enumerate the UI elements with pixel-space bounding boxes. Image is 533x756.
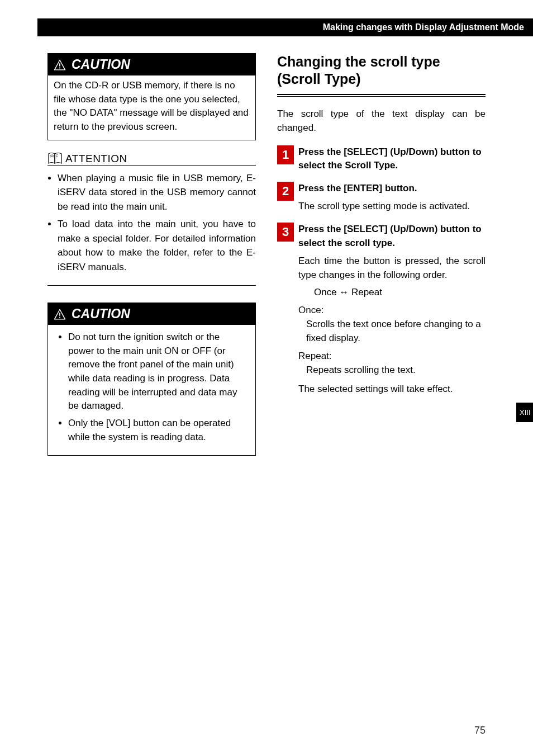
step-body-3: Press the [SELECT] (Up/Down) button to s… [298, 223, 486, 396]
opt2-desc: Repeats scrolling the text. [306, 363, 486, 377]
left-column: CAUTION On the CD-R or USB memory, if th… [47, 53, 256, 467]
warning-icon [54, 59, 66, 70]
attention-item-2: To load data into the main unit, you hav… [58, 217, 256, 274]
section-title: Changing the scroll type (Scroll Type) [277, 53, 486, 88]
section-tab: XIII [516, 403, 533, 422]
step-body-1: Press the [SELECT] (Up/Down) button to s… [298, 145, 486, 173]
final-note: The selected settings will take effect. [298, 382, 486, 396]
caution-box-2: CAUTION Do not turn the ignition switch … [47, 303, 256, 456]
header-title: Making changes with Display Adjustment M… [323, 22, 524, 32]
caution-box-1: CAUTION On the CD-R or USB memory, if th… [47, 53, 256, 140]
step-2: 2 Press the [ENTER] button. The scroll t… [277, 182, 486, 214]
caution-label-2: CAUTION [72, 306, 130, 322]
step-num-3: 3 [277, 223, 294, 242]
book-icon [47, 152, 63, 165]
step-num-2: 2 [277, 182, 294, 201]
caution-header-1: CAUTION [48, 54, 255, 75]
step-title-2: Press the [ENTER] button. [298, 182, 486, 196]
warning-icon [54, 309, 66, 320]
step-desc-2: The scroll type setting mode is activate… [298, 200, 486, 214]
caution-text-1: On the CD-R or USB memory, if there is n… [54, 80, 249, 132]
step-1: 1 Press the [SELECT] (Up/Down) button to… [277, 145, 486, 173]
caution2-item-2: Only the [VOL] button can be operated wh… [68, 417, 248, 444]
title-underline [277, 94, 486, 97]
step-3: 3 Press the [SELECT] (Up/Down) button to… [277, 223, 486, 396]
svg-rect-6 [59, 313, 60, 315]
caution-header-2: CAUTION [48, 303, 255, 325]
step-num-1: 1 [277, 145, 294, 164]
caution2-item-1: Do not turn the ignition switch or the p… [68, 330, 248, 413]
step-title-3: Press the [SELECT] (Up/Down) button to s… [298, 223, 486, 250]
opt1-desc: Scrolls the text once before changing to… [306, 318, 486, 345]
opt2-label: Repeat: [298, 349, 486, 363]
attention-label: ATTENTION [65, 153, 127, 165]
content-area: CAUTION On the CD-R or USB memory, if th… [47, 53, 486, 467]
scroll-options-line: Once ↔ Repeat [314, 286, 486, 300]
caution-body-1: On the CD-R or USB memory, if there is n… [48, 75, 255, 140]
step-title-1: Press the [SELECT] (Up/Down) button to s… [298, 145, 486, 173]
step3-options: Once: Scrolls the text once before chang… [298, 304, 486, 377]
caution-body-2: Do not turn the ignition switch or the p… [48, 325, 255, 455]
right-column: Changing the scroll type (Scroll Type) T… [277, 53, 486, 467]
step-body-2: Press the [ENTER] button. The scroll typ… [298, 182, 486, 214]
opt1-label: Once: [298, 304, 486, 318]
header-bar: Making changes with Display Adjustment M… [37, 18, 533, 36]
svg-rect-3 [59, 67, 60, 68]
caution-label-1: CAUTION [72, 57, 130, 72]
divider [47, 285, 256, 286]
svg-rect-7 [59, 316, 60, 318]
attention-item-1: When playing a music file in USB memory,… [58, 171, 256, 214]
svg-rect-2 [59, 63, 60, 66]
page-number: 75 [474, 725, 486, 736]
step-desc-3: Each time the button is pressed, the scr… [298, 254, 486, 282]
attention-body: When playing a music file in USB memory,… [47, 171, 256, 275]
intro-text: The scroll type of the text display can … [277, 107, 486, 135]
attention-header: ATTENTION [47, 152, 256, 166]
